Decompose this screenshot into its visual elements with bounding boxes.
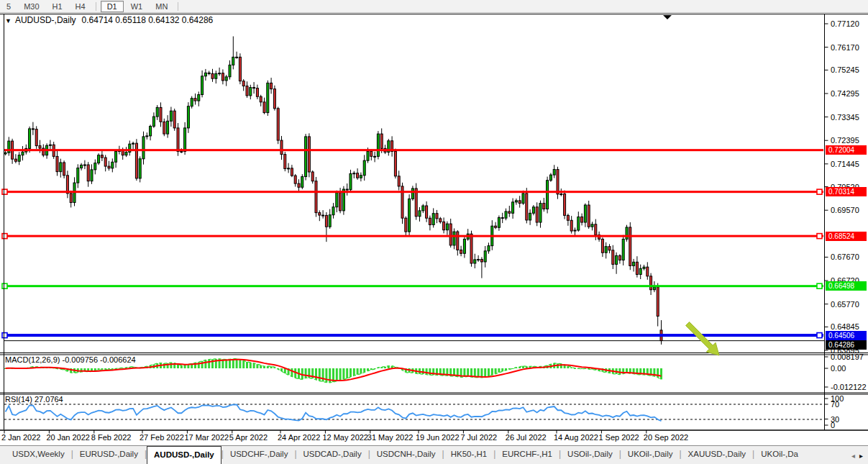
candle-body xyxy=(363,160,365,176)
horizontal-line[interactable] xyxy=(4,285,823,287)
rsi-axis-label: 70 xyxy=(831,400,839,409)
macd-histogram-bar xyxy=(260,365,262,368)
macd-histogram-bar xyxy=(208,360,210,368)
macd-histogram-bar xyxy=(353,368,355,376)
candle-body xyxy=(201,76,204,95)
candle-body xyxy=(98,155,100,163)
down-arrow-annotation[interactable] xyxy=(686,322,720,356)
candle-body xyxy=(449,224,452,245)
chart-tab-eurchf-h1[interactable]: EURCHF-,H1 xyxy=(495,446,559,464)
candle-body xyxy=(480,260,483,262)
chart-tab-ukoil-da[interactable]: UKOil-,Da xyxy=(754,446,805,464)
macd-histogram-bar xyxy=(350,368,352,377)
chart-tab-usdcad-daily[interactable]: USDCAD-,Daily xyxy=(297,446,368,464)
candle-body xyxy=(288,168,290,169)
candle-body xyxy=(495,226,497,227)
candle-body xyxy=(460,250,462,253)
candle-body xyxy=(284,155,286,169)
candle-body xyxy=(101,155,103,158)
candle-body xyxy=(111,162,114,168)
macd-histogram-bar xyxy=(342,368,344,380)
chart-tab-eurusd-daily[interactable]: EURUSD-,Daily xyxy=(73,446,145,464)
candles-layer[interactable] xyxy=(4,37,662,345)
candle-body xyxy=(446,224,448,230)
chart-tab-usdx-weekly[interactable]: USDX,Weekly xyxy=(6,446,71,464)
candle-body xyxy=(357,173,359,178)
macd-histogram-bar xyxy=(360,368,362,373)
chart-tab-hk50-h1[interactable]: HK50-,H1 xyxy=(444,446,494,464)
price-chart-canvas[interactable] xyxy=(0,0,868,464)
horizontal-line[interactable] xyxy=(4,191,823,193)
horizontal-line[interactable] xyxy=(4,235,823,237)
candle-body xyxy=(539,204,542,222)
candle-body xyxy=(142,137,145,159)
horizontal-line[interactable] xyxy=(4,149,823,151)
candle-body xyxy=(605,247,607,253)
candle-body xyxy=(322,215,324,216)
chart-tab-usoil-daily[interactable]: USOil-,Daily xyxy=(561,446,619,464)
candle-body xyxy=(588,205,590,227)
candle-body xyxy=(567,215,569,220)
chart-tab-xauusd-daily[interactable]: XAUUSD-,Daily xyxy=(682,446,753,464)
candle-body xyxy=(353,173,355,174)
candle-body xyxy=(622,239,624,260)
candle-body xyxy=(443,222,445,229)
candle-body xyxy=(225,77,227,81)
time-axis-label: 14 Aug 2022 xyxy=(554,433,598,442)
candle-body xyxy=(125,153,127,155)
hline-price-flag: 0.68524 xyxy=(826,232,867,241)
line-handle[interactable] xyxy=(2,234,7,239)
line-handle[interactable] xyxy=(2,189,7,194)
tab-scroll-right-icon[interactable]: ▸ xyxy=(859,452,863,460)
line-handle[interactable] xyxy=(2,333,7,338)
macd-histogram-bar xyxy=(270,366,273,368)
candle-body xyxy=(577,217,580,230)
candle-body xyxy=(647,267,649,276)
candle-body xyxy=(616,255,618,264)
chart-tab-audusd-daily[interactable]: AUDUSD-,Daily xyxy=(147,446,221,464)
line-handle[interactable] xyxy=(2,283,7,288)
chart-tab-usdchf-daily[interactable]: USDCHF-,Daily xyxy=(224,446,295,464)
rsi-panel[interactable] xyxy=(4,404,825,421)
candle-body xyxy=(346,189,348,190)
time-axis-label: 19 Jun 2022 xyxy=(416,433,460,442)
candle-body xyxy=(478,260,480,260)
time-axis[interactable]: 2 Jan 202220 Jan 20228 Feb 202227 Feb 20… xyxy=(0,432,824,443)
price-axis[interactable]: 0.771200.761700.752450.742950.733450.723… xyxy=(825,12,868,433)
candle-body xyxy=(315,181,317,213)
hline-price-flag: 0.72004 xyxy=(826,145,867,155)
candle-body xyxy=(339,193,342,211)
candle-body xyxy=(56,156,58,171)
tab-scroll-left-icon[interactable]: ◂ xyxy=(851,452,855,460)
chart-dropdown-icon[interactable]: ▼ xyxy=(5,17,12,24)
line-handle[interactable] xyxy=(817,234,822,239)
candle-body xyxy=(49,145,51,145)
time-axis-label: 26 Jul 2022 xyxy=(506,433,547,442)
candle-body xyxy=(204,73,206,76)
candle-body xyxy=(639,268,641,274)
candle-body xyxy=(70,194,72,203)
current-price-flag: 0.64286 xyxy=(826,340,867,350)
candle-body xyxy=(198,95,200,101)
chart-shift-marker[interactable] xyxy=(663,15,672,19)
line-handle[interactable] xyxy=(817,333,822,338)
line-handle[interactable] xyxy=(817,189,822,194)
candle-body xyxy=(263,102,265,113)
line-handle[interactable] xyxy=(817,283,822,288)
candle-body xyxy=(311,172,314,181)
candle-body xyxy=(35,129,37,146)
candle-body xyxy=(432,214,434,225)
candle-body xyxy=(242,81,245,86)
candle-body xyxy=(77,168,79,183)
candle-body xyxy=(595,224,597,235)
mt4-terminal: 5M30H1H4D1W1MN ▼AUDUSD-,Daily0.64714 0.6… xyxy=(0,0,868,464)
candle-body xyxy=(194,99,196,101)
candle-body xyxy=(457,232,459,250)
price-axis-label: 0.72395 xyxy=(831,136,859,145)
candle-body xyxy=(163,122,165,134)
candle-body xyxy=(22,152,24,155)
candle-body xyxy=(232,57,234,65)
chart-tab-ukoil-daily[interactable]: UKOil-,Daily xyxy=(621,446,680,464)
chart-tab-usdcnh-daily[interactable]: USDCNH-,Daily xyxy=(370,446,442,464)
macd-histogram-bar xyxy=(246,362,248,368)
